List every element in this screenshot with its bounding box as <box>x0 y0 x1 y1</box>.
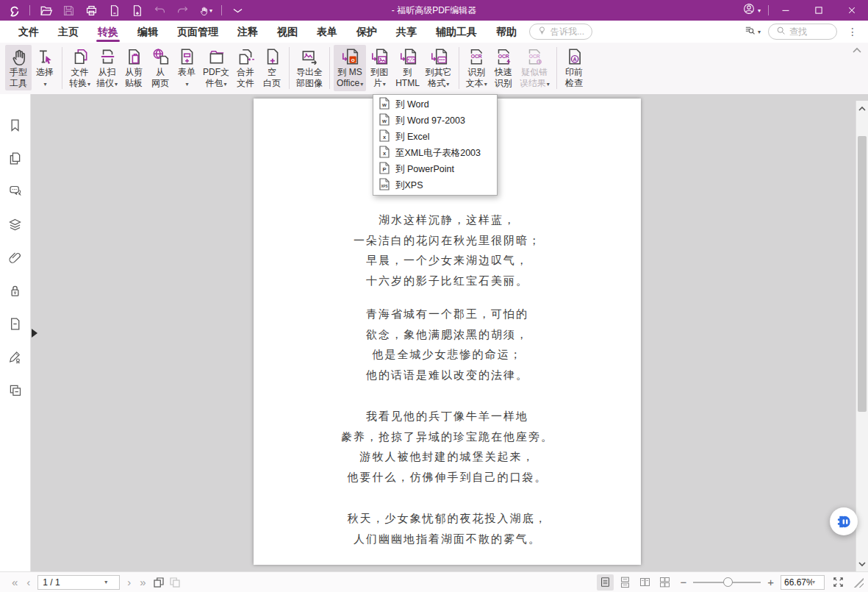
collapse-ribbon-button[interactable] <box>849 44 865 57</box>
fullscreen-icon[interactable] <box>830 574 846 591</box>
scroll-down-icon[interactable] <box>856 558 868 570</box>
ribbon-button-label: 表单▾ <box>178 67 196 90</box>
sidebar-expand-handle[interactable] <box>32 329 37 338</box>
slider-thumb[interactable] <box>723 577 733 587</box>
previous-view-button[interactable] <box>151 574 167 591</box>
ribbon-button-form[interactable]: 表单▾ <box>173 45 200 91</box>
zoom-out-button[interactable]: − <box>678 576 688 588</box>
ribbon-button-to-ms-office[interactable]: o到 MSOffice▾ <box>334 45 366 91</box>
menu-tab-文件[interactable]: 文件 <box>9 21 49 43</box>
ai-assistant-button[interactable] <box>830 507 858 535</box>
undo-icon[interactable] <box>153 4 167 18</box>
zoom-level-input[interactable] <box>781 577 812 588</box>
menu-tab-注释[interactable]: 注释 <box>228 21 268 43</box>
sidebar-panel-digital-signature-icon[interactable] <box>7 349 23 365</box>
scrollbar-thumb[interactable] <box>858 136 867 412</box>
menu-tab-帮助[interactable]: 帮助 <box>487 21 526 43</box>
ribbon-button-blank-page[interactable]: 空白页 <box>259 45 285 90</box>
layout-single-page-icon[interactable] <box>597 574 614 591</box>
zoom-slider[interactable] <box>693 574 761 591</box>
hand-gesture-icon[interactable]: ▾ <box>198 4 212 18</box>
advanced-search-button[interactable]: ▾ <box>744 24 761 40</box>
ribbon-button-label: PDF文件包▾ <box>203 67 229 90</box>
ribbon-button-export-all-images[interactable]: 导出全部图像 <box>293 45 326 90</box>
ribbon-button-from-web[interactable]: 从网页 <box>147 45 173 90</box>
ribbon-button-ocr-recognize-text[interactable]: OCR识别文本▾ <box>463 45 490 91</box>
qat-customize-icon[interactable] <box>231 4 245 18</box>
menu-tab-主页[interactable]: 主页 <box>49 21 88 43</box>
close-button[interactable] <box>835 0 868 21</box>
zoom-level-box[interactable]: ▾ <box>781 575 825 590</box>
menu-item-to-powerpoint[interactable]: P到 PowerPoint <box>373 161 497 177</box>
ribbon-button-to-html[interactable]: </>到HTML <box>392 45 423 90</box>
account-button[interactable]: ▾ <box>735 0 768 21</box>
ribbon-button-to-image[interactable]: 到图片▾ <box>366 45 392 91</box>
page-number-input[interactable] <box>38 577 103 588</box>
menu-tab-编辑[interactable]: 编辑 <box>128 21 168 43</box>
extract-pages-icon[interactable] <box>107 4 121 18</box>
chevron-down-icon[interactable]: ▾ <box>812 579 815 585</box>
redo-icon[interactable] <box>176 4 190 18</box>
layout-continuous-icon[interactable] <box>617 574 634 591</box>
insert-pages-icon[interactable] <box>130 4 144 18</box>
resize-grip[interactable] <box>853 577 864 588</box>
svg-text:o: o <box>351 57 355 63</box>
menu-tab-共享[interactable]: 共享 <box>387 21 426 43</box>
open-file-icon[interactable] <box>39 4 53 18</box>
print-icon[interactable] <box>85 4 98 18</box>
last-page-button[interactable]: » <box>135 573 150 592</box>
export-images-icon <box>300 47 319 66</box>
ribbon-button-to-other-formats[interactable]: 到其它格式▾ <box>423 45 455 91</box>
ribbon-group: OCR识别文本▾OCR快速识别OCR疑似错误结果▾ <box>459 45 556 91</box>
sidebar-panel-layers-icon[interactable] <box>7 217 23 232</box>
menu-tab-页面管理[interactable]: 页面管理 <box>168 21 228 43</box>
menu-item-to-word[interactable]: w到 Word <box>373 96 497 113</box>
sidebar-panel-destinations-icon[interactable] <box>7 316 23 332</box>
sidebar-panel-comments-icon[interactable] <box>7 184 23 199</box>
menu-tab-转换[interactable]: 转换 <box>88 21 128 43</box>
hand-icon <box>9 47 28 66</box>
find-box[interactable]: 查找 <box>768 24 837 40</box>
menu-tab-辅助工具[interactable]: 辅助工具 <box>426 21 487 43</box>
more-options-button[interactable]: ⋮ <box>844 26 861 38</box>
sidebar-panel-security-icon[interactable] <box>7 283 23 299</box>
previous-page-button[interactable]: ‹ <box>22 573 35 592</box>
ribbon-button-preflight[interactable]: A印前检查 <box>561 45 587 90</box>
menu-tab-视图[interactable]: 视图 <box>268 21 307 43</box>
ribbon-button-pdf-portfolio[interactable]: PDF文件包▾ <box>200 45 232 91</box>
save-icon[interactable] <box>62 4 76 18</box>
menu-item-to-xps[interactable]: XPS到XPS <box>373 177 497 193</box>
ribbon-button-combine-files[interactable]: 合并文件 <box>232 45 259 90</box>
sidebar-panel-page-thumbnails-icon[interactable] <box>7 151 23 166</box>
menu-tab-表单[interactable]: 表单 <box>307 21 347 43</box>
blank-page-icon <box>262 47 281 66</box>
statusbar-zoom-controls: − + ▾ <box>597 574 864 591</box>
page-number-box[interactable]: ▾ <box>37 575 120 590</box>
minimize-button[interactable] <box>769 0 802 21</box>
ribbon-group: A印前检查 <box>557 45 591 90</box>
ribbon-button-ocr-quick[interactable]: OCR快速识别 <box>490 45 517 90</box>
sidebar-panel-bookmark-icon[interactable] <box>7 118 23 133</box>
ribbon-button-select-tool[interactable]: 选择▾ <box>32 45 58 91</box>
ribbon-button-from-clipboard[interactable]: 从剪贴板 <box>121 45 147 90</box>
menu-tab-保护[interactable]: 保护 <box>347 21 387 43</box>
maximize-button[interactable] <box>802 0 835 21</box>
first-page-button[interactable]: « <box>7 573 22 592</box>
layout-facing-icon[interactable] <box>636 574 653 591</box>
ribbon-button-from-scanner[interactable]: 从扫描仪▾ <box>93 45 121 91</box>
vertical-scrollbar[interactable] <box>856 101 868 571</box>
menu-item-to-excel[interactable]: x到 Excel <box>373 129 497 145</box>
ribbon-button-hand-tool[interactable]: 手型工具 <box>5 45 32 90</box>
menu-item-to-word-97-2003[interactable]: w到 Word 97-2003 <box>373 113 497 129</box>
menu-item-to-xml-spreadsheet-2003[interactable]: x至XML电子表格2003 <box>373 145 497 161</box>
tell-me-search[interactable]: 告诉我... <box>529 24 592 40</box>
chevron-down-icon[interactable]: ▾ <box>104 579 107 585</box>
layout-facing-continuous-icon[interactable] <box>656 574 673 591</box>
zoom-in-button[interactable]: + <box>766 576 775 588</box>
scroll-up-icon[interactable] <box>856 102 868 114</box>
ribbon-button-file-convert[interactable]: 文件转换▾ <box>66 45 93 91</box>
next-view-button[interactable] <box>167 574 183 591</box>
sidebar-panel-field-icon[interactable] <box>7 382 23 398</box>
next-page-button[interactable]: › <box>123 573 135 592</box>
sidebar-panel-attachments-icon[interactable] <box>7 250 23 265</box>
